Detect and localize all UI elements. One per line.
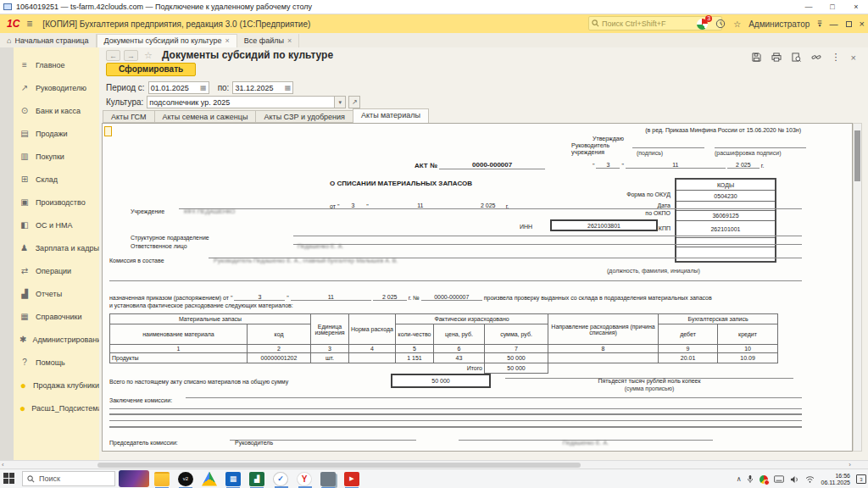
question-icon: ? xyxy=(19,358,30,367)
cell-debit: 20.01 xyxy=(659,353,718,363)
taskbar-clock[interactable]: 16:56 06.11.2025 xyxy=(821,473,850,486)
app-minimize-button[interactable]: — xyxy=(830,19,838,29)
speaker-icon[interactable] xyxy=(790,475,799,484)
tab-acts-szr[interactable]: Акты СЗР и удобрения xyxy=(255,110,353,123)
file-explorer-icon[interactable] xyxy=(154,472,170,486)
tab-subsidy-documents[interactable]: Документы субсидий по культуре × xyxy=(97,34,237,47)
cell-code: 00000001202 xyxy=(248,353,311,363)
search-icon xyxy=(27,475,35,483)
sidebar-item-catalogs[interactable]: ▦Справочники xyxy=(14,305,99,328)
tab-acts-gsm[interactable]: Акты ГСМ xyxy=(103,110,154,123)
keyboard-icon[interactable] xyxy=(774,475,784,483)
app-tabbar: ⌂ Начальная страница Документы субсидий … xyxy=(0,33,868,47)
sidebar-item-sales[interactable]: ▤Продажи xyxy=(14,122,99,145)
sheet-vertical-scrollbar[interactable] xyxy=(853,123,862,452)
app-restore-button[interactable] xyxy=(846,21,852,27)
sidebar-item-ext-subsystem[interactable]: ●Расш1_Подсистема1 xyxy=(14,396,99,419)
sidebar-item-operations[interactable]: ⇄Операции xyxy=(14,259,99,282)
sidebar-item-strawberry-sales[interactable]: ●Продажа клубники xyxy=(14,374,99,396)
yellow-circle-icon: ● xyxy=(19,402,25,414)
okpo-value: 36069125 xyxy=(676,211,775,221)
notifications-badge: 3 xyxy=(705,15,712,22)
scroll-left-arrow[interactable]: ‹ xyxy=(2,461,4,469)
horizontal-scrollbar[interactable]: ‹ › xyxy=(0,460,868,469)
drive-app-icon[interactable] xyxy=(202,472,217,486)
tray-chevron-icon[interactable]: ∧ xyxy=(737,475,742,483)
more-actions-icon[interactable]: ⋮ xyxy=(832,52,841,63)
sidebar-item-salary-hr[interactable]: ♟Зарплата и кадры xyxy=(14,236,99,259)
print-icon[interactable] xyxy=(771,53,782,62)
culture-dropdown-icon[interactable]: ▾ xyxy=(335,96,346,108)
start-button[interactable] xyxy=(3,473,17,485)
yellow-circle-icon: ● xyxy=(19,380,27,391)
notifications-icon[interactable]: 3 xyxy=(697,19,708,30)
link-icon[interactable] xyxy=(811,53,821,62)
total-in-words: Пятьдесят тысяч рублей ноль копеек xyxy=(497,378,802,384)
service-menu-icon[interactable]: ≡▾ xyxy=(817,20,821,27)
tab-acts-materials[interactable]: Акты материалы xyxy=(353,108,429,123)
scroll-right-arrow[interactable]: › xyxy=(849,461,851,469)
favorite-star-icon[interactable]: ☆ xyxy=(144,50,153,61)
generate-button[interactable]: Сформировать xyxy=(106,63,196,76)
app-close-button[interactable]: × xyxy=(860,19,865,29)
tab-acts-seeds[interactable]: Акты семена и саженцы xyxy=(154,110,256,123)
close-report-icon[interactable]: × xyxy=(851,53,856,63)
tab-close-icon[interactable]: × xyxy=(287,36,292,45)
sidebar-item-purchases[interactable]: ▥Покупки xyxy=(14,145,99,168)
preview-icon[interactable] xyxy=(792,53,801,62)
sidebar-item-administration[interactable]: ✱Администрирование xyxy=(14,328,99,351)
forward-button[interactable]: → xyxy=(124,50,138,61)
scrollbar-thumb[interactable] xyxy=(854,130,860,181)
docs-check-app-icon[interactable]: ✓ xyxy=(273,472,288,486)
save-icon[interactable] xyxy=(752,53,761,62)
widgets-weather-icon[interactable] xyxy=(119,470,149,487)
sidebar-item-production[interactable]: ▣Производство xyxy=(14,191,99,214)
calendar-icon[interactable]: ▦ xyxy=(198,84,207,92)
responsible-label: Ответственное лицо xyxy=(131,243,187,249)
act-document-sheet[interactable]: (в ред. Приказа Минфина России от 15.06.… xyxy=(102,123,853,452)
tab-all-files[interactable]: Все файлы × xyxy=(237,34,299,47)
notification-center-icon[interactable]: 3 xyxy=(856,474,866,484)
sidebar-item-reports[interactable]: ▟Отчеты xyxy=(14,282,99,305)
network-icon[interactable] xyxy=(805,475,815,483)
okud-label: Форма по ОКУД xyxy=(607,191,670,197)
culture-input[interactable]: подсолнечник ур. 2025 xyxy=(147,96,335,108)
period-from-input[interactable]: 01.01.2025 ▦ xyxy=(148,81,209,94)
taskbar-search-input[interactable]: Поиск xyxy=(22,471,115,486)
remote-desktop-icon[interactable] xyxy=(320,472,336,486)
grand-total-label: Всего по настоящему акту списано материа… xyxy=(109,379,288,385)
favorites-star-icon[interactable]: ☆ xyxy=(733,19,741,29)
sidebar-item-manager[interactable]: ↗Руководителю xyxy=(14,76,99,99)
main-menu-icon[interactable]: ≡ xyxy=(26,18,32,30)
period-to-input[interactable]: 31.12.2025 ▦ xyxy=(232,81,293,94)
back-button[interactable]: ← xyxy=(106,50,120,61)
media-app-icon[interactable]: ▶ xyxy=(344,472,359,486)
scrollbar-thumb[interactable] xyxy=(97,463,581,468)
microphone-icon[interactable] xyxy=(747,474,754,484)
tray-app-icon[interactable] xyxy=(760,475,768,484)
culture-open-button[interactable]: ↗ xyxy=(348,96,360,108)
table-row: Продукты 00000001202 шт. 1 151 43 50 000… xyxy=(110,353,778,363)
sidebar-item-main[interactable]: ≡Главное xyxy=(14,53,99,76)
acts-tabstrip: Акты ГСМ Акты семена и саженцы Акты СЗР … xyxy=(103,108,429,123)
sidebar-item-help[interactable]: ?Помощь xyxy=(14,351,99,374)
rdp-minimize-button[interactable]: — xyxy=(797,3,821,11)
yandex-browser-icon[interactable]: Y xyxy=(297,472,312,486)
responsible-value: Педашенко Е. А. xyxy=(298,243,343,249)
rdp-close-button[interactable]: × xyxy=(844,3,868,11)
sidebar-item-fixed-assets[interactable]: ◧ОС и НМА xyxy=(14,214,99,236)
chart-app-icon[interactable]: ▟ xyxy=(249,472,264,486)
tab-close-icon[interactable]: × xyxy=(225,36,230,45)
sidebar-item-warehouse[interactable]: ⊞Склад xyxy=(14,168,99,191)
v2-app-icon[interactable]: v2 xyxy=(178,472,193,486)
rdp-maximize-button[interactable]: □ xyxy=(821,3,844,11)
history-icon[interactable] xyxy=(715,19,726,29)
calendar-icon[interactable]: ▦ xyxy=(282,84,292,92)
tab-home[interactable]: ⌂ Начальная страница xyxy=(0,34,97,47)
sidebar-item-bank-cash[interactable]: ⊙Банк и касса xyxy=(14,99,99,122)
blue-tile-app-icon[interactable]: ▦ xyxy=(225,472,241,486)
user-name[interactable]: Администратор xyxy=(748,19,810,29)
home-icon: ⌂ xyxy=(7,36,11,45)
approve-date-line: " 3 " 11 2 025 г. xyxy=(593,161,764,169)
head-of-institution-label: Руководитель учреждения xyxy=(571,142,624,157)
